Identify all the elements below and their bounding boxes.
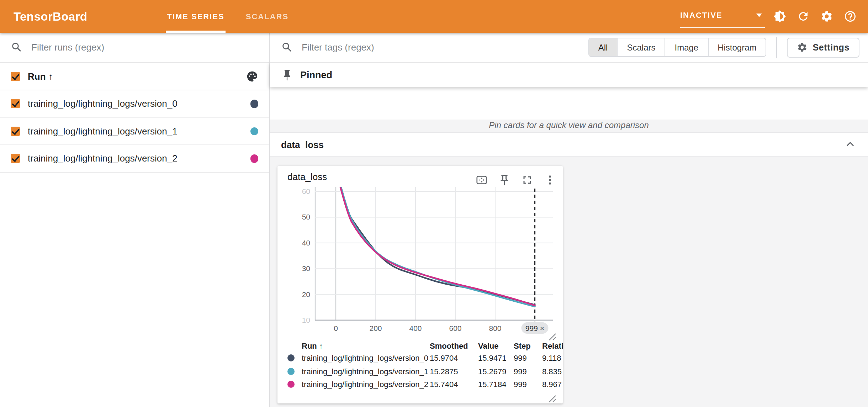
card-title: data_loss (287, 171, 327, 182)
relative-value: 9.118 (542, 354, 561, 363)
step-value: 999 (514, 367, 527, 376)
svg-text:40: 40 (302, 239, 310, 247)
section-title: data_loss (281, 139, 324, 150)
gear-icon (820, 10, 833, 23)
svg-text:10: 10 (302, 316, 310, 324)
col-smoothed[interactable]: Smoothed (430, 341, 468, 350)
run-name: training_log/lightning_logs/version_2 (28, 153, 178, 164)
settings-button[interactable]: Settings (787, 37, 859, 57)
pinned-section-header: Pinned (270, 63, 868, 87)
pin-card-button[interactable] (498, 174, 511, 186)
app-logo: TensorBoard (14, 10, 87, 23)
chevron-down-icon (756, 13, 762, 17)
help-icon (844, 10, 857, 23)
run-checkbox[interactable] (11, 127, 20, 136)
fit-domain-button[interactable] (475, 174, 488, 186)
header-right-cluster: INACTIVE (680, 3, 868, 30)
gear-icon (797, 42, 808, 53)
run-row-version-0[interactable]: training_log/lightning_logs/version_0 (0, 90, 269, 118)
run-name: training_log/lightning_logs/version_1 (302, 367, 428, 376)
filter-scalars-button[interactable]: Scalars (617, 38, 665, 56)
run-color-dot[interactable] (250, 127, 258, 135)
run-row-version-2[interactable]: training_log/lightning_logs/version_2 (0, 145, 269, 173)
tensorboard-app: TensorBoard TIME SERIES SCALARS INACTIVE (0, 0, 868, 407)
tab-scalars[interactable]: SCALARS (246, 0, 289, 33)
status-label: INACTIVE (680, 11, 723, 19)
scalar-card-data-loss: data_loss 6050403020100200400600800999 (277, 166, 563, 403)
table-row: training_log/lightning_logs/version_2 15… (277, 378, 563, 391)
table-row: training_log/lightning_logs/version_1 15… (277, 365, 563, 378)
body-split: Run ↑ training_log/lightning_logs/versio… (0, 33, 868, 407)
tab-time-series[interactable]: TIME SERIES (167, 0, 224, 33)
card-more-menu-button[interactable] (544, 174, 556, 186)
relative-value: 8.835 (542, 367, 562, 376)
tags-filter-row: All Scalars Image Histogram Settings (270, 33, 868, 63)
refresh-button[interactable] (795, 8, 812, 25)
settings-gear-button[interactable] (818, 8, 835, 25)
cards-scroll-area[interactable]: Pin cards for a quick view and compariso… (270, 120, 868, 407)
svg-text:0: 0 (334, 324, 338, 332)
svg-text:200: 200 (369, 324, 382, 332)
value: 15.7184 (478, 380, 507, 389)
palette-icon[interactable] (246, 70, 258, 82)
fullscreen-icon (521, 174, 534, 186)
runs-filter-input[interactable] (30, 41, 269, 53)
run-color-dot (287, 368, 295, 375)
run-color-dot[interactable] (250, 100, 258, 108)
pinned-empty-hint: Pin cards for a quick view and compariso… (270, 120, 868, 130)
filter-image-button[interactable]: Image (665, 38, 708, 56)
col-run[interactable]: Run ↑ (302, 341, 323, 350)
svg-text:30: 30 (302, 264, 310, 273)
run-checkbox[interactable] (11, 154, 20, 163)
run-color-dot (287, 355, 295, 362)
search-icon (11, 41, 23, 53)
smoothed-value: 15.9704 (430, 354, 458, 363)
svg-text:20: 20 (302, 290, 310, 298)
refresh-icon (797, 10, 810, 23)
table-resize-handle[interactable] (548, 393, 556, 401)
brightness-icon (773, 10, 786, 23)
reload-status-dropdown[interactable]: INACTIVE (680, 3, 765, 28)
filter-histogram-button[interactable]: Histogram (708, 38, 766, 56)
run-values-table: Run ↑ Smoothed Value Step Relative train… (277, 339, 563, 391)
scalar-line-chart[interactable]: 6050403020100200400600800999 × (277, 187, 563, 338)
select-all-runs-checkbox[interactable] (11, 72, 20, 81)
run-checkbox[interactable] (11, 99, 20, 109)
app-header: TensorBoard TIME SERIES SCALARS INACTIVE (0, 0, 868, 33)
active-tab-underline (165, 31, 226, 33)
run-name: training_log/lightning_logs/version_0 (28, 99, 178, 109)
run-name: training_log/lightning_logs/version_0 (302, 354, 428, 363)
fullscreen-button[interactable] (521, 174, 534, 186)
tags-filter-input[interactable] (300, 41, 588, 53)
toolbar-divider (777, 37, 777, 58)
col-relative[interactable]: Relative (542, 341, 563, 350)
help-button[interactable] (842, 8, 859, 25)
runs-sort-header[interactable]: Run ↑ (28, 71, 53, 81)
table-row: training_log/lightning_logs/version_0 15… (277, 352, 563, 365)
col-step[interactable]: Step (514, 341, 531, 350)
pin-icon (281, 69, 293, 81)
run-name: training_log/lightning_logs/version_1 (28, 126, 178, 137)
collapse-section-button[interactable] (844, 138, 857, 151)
col-value[interactable]: Value (478, 341, 499, 350)
svg-text:50: 50 (302, 213, 310, 221)
runs-table-header: Run ↑ (0, 63, 269, 90)
chart-resize-handle[interactable] (548, 331, 556, 339)
more-vert-icon (544, 174, 556, 186)
svg-text:600: 600 (449, 324, 461, 332)
main-area: All Scalars Image Histogram Settings Pin… (270, 33, 868, 407)
section-header-data-loss[interactable]: data_loss (270, 132, 868, 157)
run-row-version-1[interactable]: training_log/lightning_logs/version_1 (0, 118, 269, 145)
filter-all-button[interactable]: All (589, 38, 617, 56)
runs-filter-row (0, 33, 269, 63)
run-color-dot[interactable] (250, 154, 258, 163)
smoothed-value: 15.7404 (430, 380, 458, 389)
step-value: 999 (514, 380, 527, 389)
tag-type-filter-group: All Scalars Image Histogram (588, 38, 767, 57)
top-nav-tabs: TIME SERIES SCALARS (167, 0, 289, 33)
svg-text:400: 400 (409, 324, 422, 332)
fit-to-data-icon (475, 174, 488, 186)
settings-button-label: Settings (813, 42, 850, 52)
svg-text:999 ×: 999 × (525, 324, 544, 332)
theme-toggle-button[interactable] (771, 8, 788, 25)
